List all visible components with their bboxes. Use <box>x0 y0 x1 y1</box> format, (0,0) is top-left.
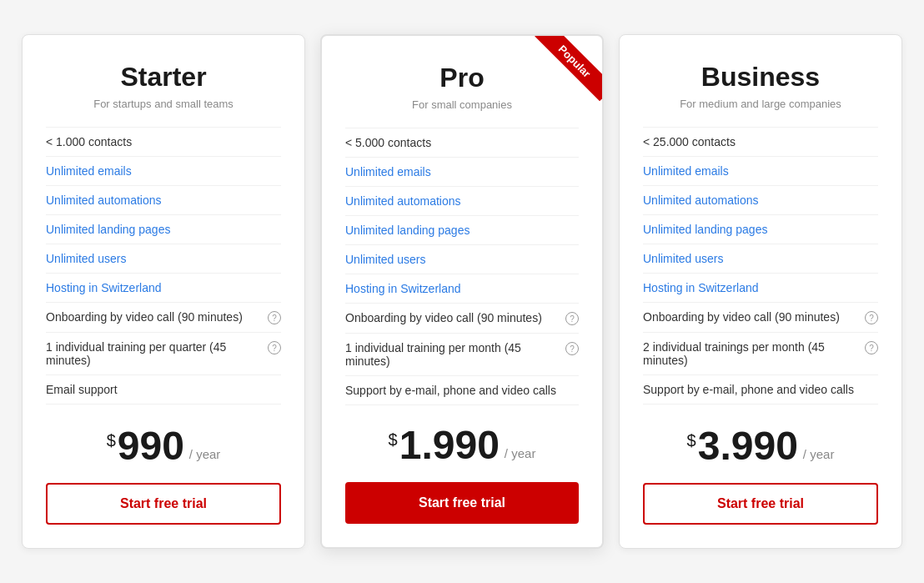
plan-card-pro: Popular Pro For small companies < 5.000 … <box>320 34 604 549</box>
feature-text: Unlimited emails <box>46 164 281 178</box>
feature-item: Unlimited users <box>345 245 579 274</box>
feature-text: < 25.000 contacts <box>643 135 878 148</box>
feature-text: Unlimited automations <box>46 193 281 207</box>
feature-text: Unlimited automations <box>345 194 579 208</box>
feature-item: < 25.000 contacts <box>643 127 878 157</box>
price-currency: $ <box>687 431 696 450</box>
feature-item: Hosting in Switzerland <box>345 274 579 304</box>
cta-button-business[interactable]: Start free trial <box>643 483 878 525</box>
feature-text: Unlimited automations <box>643 193 878 207</box>
help-icon[interactable]: ? <box>865 311 878 324</box>
feature-item: Unlimited landing pages <box>345 216 579 245</box>
feature-item: Hosting in Switzerland <box>643 274 878 303</box>
feature-text: Unlimited users <box>643 252 878 265</box>
feature-text: Unlimited landing pages <box>643 223 878 236</box>
feature-text: < 1.000 contacts <box>46 135 281 148</box>
features-list: < 1.000 contacts Unlimited emails Unlimi… <box>46 127 281 406</box>
price-section: $ 3.990 / year <box>643 406 878 483</box>
feature-item: Email support <box>46 375 281 405</box>
feature-item: Hosting in Switzerland <box>46 274 281 303</box>
price-display: $ 990 / year <box>46 426 281 466</box>
help-icon[interactable]: ? <box>268 341 281 354</box>
feature-text: Email support <box>46 383 281 396</box>
plan-subtitle: For startups and small teams <box>46 98 281 110</box>
features-list: < 25.000 contacts Unlimited emails Unlim… <box>643 127 878 406</box>
price-section: $ 990 / year <box>46 406 281 483</box>
feature-item: Unlimited automations <box>345 187 579 216</box>
feature-item: 2 individual trainings per month (45 min… <box>643 333 878 375</box>
feature-text: Unlimited users <box>345 253 579 266</box>
feature-item: Support by e-mail, phone and video calls <box>643 375 878 405</box>
plan-subtitle: For medium and large companies <box>643 98 878 110</box>
feature-item: 1 individual training per month (45 minu… <box>345 334 579 376</box>
feature-text: 1 individual training per quarter (45 mi… <box>46 340 263 367</box>
feature-text: Unlimited landing pages <box>46 223 281 236</box>
feature-text: Onboarding by video call (90 minutes) <box>643 310 860 324</box>
feature-text: 1 individual training per month (45 minu… <box>345 341 560 368</box>
feature-item: Onboarding by video call (90 minutes) ? <box>643 303 878 333</box>
feature-item: 1 individual training per quarter (45 mi… <box>46 333 281 375</box>
plan-title: Starter <box>46 62 281 93</box>
popular-badge-label: Popular <box>535 36 602 101</box>
price-amount: 990 <box>118 426 184 466</box>
features-list: < 5.000 contacts Unlimited emails Unlimi… <box>345 128 579 405</box>
popular-badge: Popular <box>527 36 602 111</box>
feature-item: Unlimited landing pages <box>46 215 281 244</box>
price-amount: 1.990 <box>399 425 500 465</box>
help-icon[interactable]: ? <box>268 311 281 324</box>
cta-button-starter[interactable]: Start free trial <box>46 483 281 525</box>
feature-item: Unlimited emails <box>46 157 281 186</box>
price-section: $ 1.990 / year <box>345 405 579 482</box>
feature-item: Onboarding by video call (90 minutes) ? <box>46 303 281 333</box>
feature-text: Unlimited emails <box>643 164 878 178</box>
feature-item: Unlimited users <box>46 244 281 274</box>
price-period: / year <box>505 446 536 460</box>
feature-item: < 5.000 contacts <box>345 128 579 158</box>
feature-text: Onboarding by video call (90 minutes) <box>345 311 560 324</box>
price-currency: $ <box>389 430 398 450</box>
price-period: / year <box>803 447 835 461</box>
feature-item: Unlimited automations <box>643 186 878 215</box>
price-display: $ 1.990 / year <box>345 425 579 465</box>
feature-text: Unlimited emails <box>345 165 579 178</box>
feature-text: Hosting in Switzerland <box>643 281 878 294</box>
feature-item: Unlimited emails <box>643 157 878 186</box>
feature-item: < 1.000 contacts <box>46 127 281 157</box>
feature-item: Support by e-mail, phone and video calls <box>345 376 579 405</box>
feature-item: Unlimited emails <box>345 158 579 187</box>
price-currency: $ <box>107 431 116 450</box>
feature-text: Support by e-mail, phone and video calls <box>345 384 579 397</box>
feature-text: Hosting in Switzerland <box>46 281 281 294</box>
feature-text: Hosting in Switzerland <box>345 282 579 295</box>
cta-button-pro[interactable]: Start free trial <box>345 482 579 524</box>
feature-item: Onboarding by video call (90 minutes) ? <box>345 304 579 334</box>
feature-text: 2 individual trainings per month (45 min… <box>643 340 860 367</box>
price-display: $ 3.990 / year <box>643 426 878 466</box>
feature-text: Onboarding by video call (90 minutes) <box>46 310 263 324</box>
feature-item: Unlimited users <box>643 244 878 274</box>
help-icon[interactable]: ? <box>865 341 878 354</box>
feature-item: Unlimited landing pages <box>643 215 878 244</box>
feature-text: Unlimited users <box>46 252 281 265</box>
plan-card-business: Business For medium and large companies … <box>619 34 902 549</box>
help-icon[interactable]: ? <box>565 312 579 325</box>
pricing-container: Starter For startups and small teams < 1… <box>0 18 924 565</box>
feature-item: Unlimited automations <box>46 186 281 215</box>
feature-text: Support by e-mail, phone and video calls <box>643 383 878 396</box>
plan-card-starter: Starter For startups and small teams < 1… <box>22 34 305 549</box>
price-period: / year <box>189 447 221 461</box>
help-icon[interactable]: ? <box>565 342 579 355</box>
feature-text: Unlimited landing pages <box>345 224 579 237</box>
plan-title: Business <box>643 62 878 93</box>
feature-text: < 5.000 contacts <box>345 136 579 149</box>
price-amount: 3.990 <box>698 426 798 466</box>
